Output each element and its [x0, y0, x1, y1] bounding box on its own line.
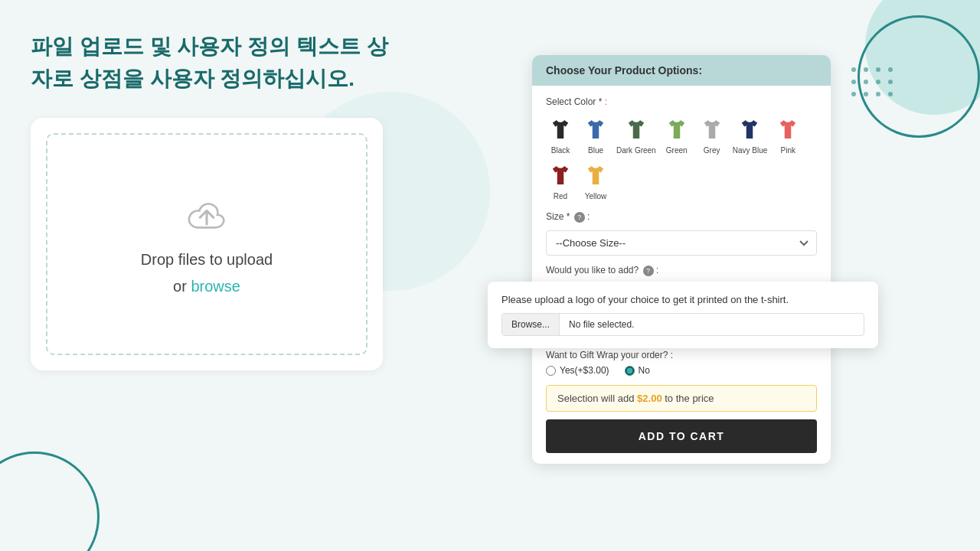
color-label-yellow: Yellow — [585, 192, 607, 201]
upload-cloud-icon — [180, 193, 234, 242]
addons-info-icon[interactable]: ? — [643, 266, 654, 276]
color-option-black[interactable]: Black — [546, 115, 575, 155]
color-label-dark-green: Dark Green — [616, 146, 656, 155]
addons-label: Would you like to add? ? : — [546, 265, 817, 276]
color-label-navy-blue: Navy Blue — [733, 146, 768, 155]
file-status-text: No file selected. — [560, 314, 864, 335]
color-option-navy-blue[interactable]: Navy Blue — [733, 115, 768, 155]
color-label-pink: Pink — [781, 146, 795, 155]
left-section: 파일 업로드 및 사용자 정의 텍스트 상 자로 상점을 사용자 정의하십시오.… — [31, 31, 475, 370]
color-label-blue: Blue — [588, 146, 603, 155]
gift-yes-radio[interactable] — [546, 366, 556, 376]
panel-body: Select Color * : Black Blue — [532, 86, 831, 464]
color-option-yellow[interactable]: Yellow — [581, 161, 610, 201]
upload-secondary-text: or browse — [173, 278, 240, 295]
color-option-red[interactable]: Red — [546, 161, 575, 201]
size-colon: : — [587, 211, 590, 222]
color-label-text: Select Color * — [546, 96, 602, 107]
color-option-blue[interactable]: Blue — [581, 115, 610, 155]
file-browse-button[interactable]: Browse... — [502, 314, 560, 335]
size-label: Size * ? : — [546, 211, 817, 223]
color-label-red: Red — [554, 192, 567, 201]
color-section-label: Select Color * : — [546, 96, 817, 107]
color-option-dark-green[interactable]: Dark Green — [616, 115, 656, 155]
size-info-icon[interactable]: ? — [574, 212, 585, 223]
color-label-black: Black — [551, 146, 570, 155]
file-input-row: Browse... No file selected. — [501, 313, 864, 336]
color-label-grey: Grey — [704, 146, 720, 155]
price-notice: Selection will add $2.00 to the price — [546, 385, 817, 412]
gift-option-yes: Yes(+$3.00) — [546, 365, 609, 376]
upload-primary-text: Drop files to upload — [141, 251, 273, 269]
upload-browse-link[interactable]: browse — [191, 278, 240, 295]
gift-no-label: No — [639, 365, 650, 376]
add-to-cart-button[interactable]: ADD TO CART — [546, 419, 817, 453]
price-notice-text: Selection will add — [557, 393, 634, 404]
upload-or-text: or — [173, 278, 187, 295]
color-label-green: Green — [666, 146, 688, 155]
color-option-green[interactable]: Green — [662, 115, 691, 155]
product-options-panel: Choose Your Product Options: Select Colo… — [532, 55, 831, 464]
addons-label-text: Would you like to add? — [546, 265, 639, 276]
gift-yes-label: Yes(+$3.00) — [560, 365, 609, 376]
gift-wrap-section: Want to Gift Wrap your order? : Yes(+$3.… — [546, 350, 817, 376]
gift-no-radio[interactable] — [625, 366, 635, 376]
gift-options-row: Yes(+$3.00) No — [546, 365, 817, 376]
logo-upload-text: Please upload a logo of your choice to g… — [501, 294, 864, 305]
size-section: Size * ? : --Choose Size-- XS S M L XL X… — [546, 211, 817, 256]
price-notice-suffix: to the price — [665, 393, 714, 404]
color-option-grey[interactable]: Grey — [697, 115, 727, 155]
panel-header: Choose Your Product Options: — [532, 55, 831, 86]
color-required-marker: : — [602, 96, 607, 107]
upload-dropzone[interactable]: Drop files to upload or browse — [46, 133, 368, 355]
addons-colon: : — [656, 265, 658, 276]
korean-title: 파일 업로드 및 사용자 정의 텍스트 상 자로 상점을 사용자 정의하십시오. — [31, 31, 475, 95]
upload-box: Drop files to upload or browse — [31, 118, 383, 370]
price-value: $2.00 — [637, 393, 662, 404]
size-select[interactable]: --Choose Size-- XS S M L XL XXL — [546, 230, 817, 256]
logo-upload-overlay: Please upload a logo of your choice to g… — [488, 282, 878, 348]
size-label-text: Size * — [546, 211, 570, 222]
decorative-circle-bottom-left — [0, 452, 100, 551]
color-grid: Black Blue Dark Green — [546, 115, 817, 201]
decorative-dots-grid — [851, 67, 896, 99]
color-option-pink[interactable]: Pink — [773, 115, 802, 155]
gift-option-no: No — [625, 365, 650, 376]
gift-label: Want to Gift Wrap your order? : — [546, 350, 817, 360]
